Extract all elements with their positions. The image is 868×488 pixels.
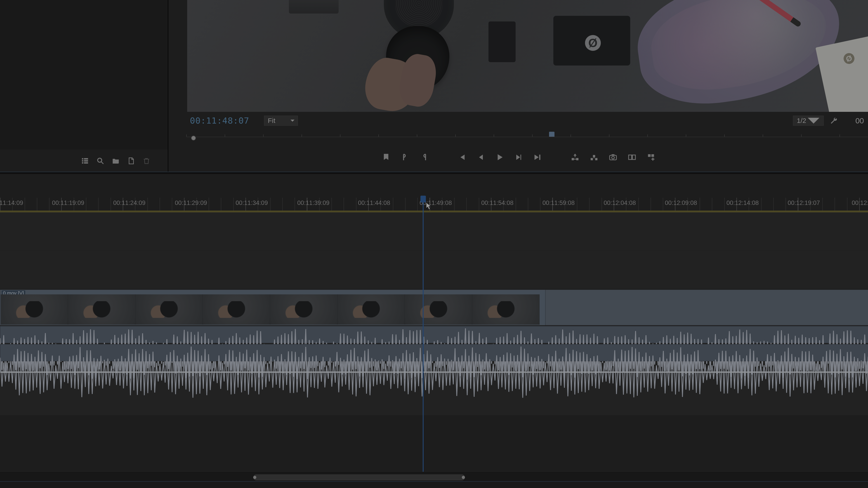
add-marker-button[interactable] [381,153,391,162]
program-scrub-bar[interactable] [186,132,868,142]
step-forward-button[interactable] [514,153,523,162]
svg-rect-10 [572,158,574,160]
svg-rect-5 [84,162,88,164]
clip-thumbnail [338,294,405,325]
mouse-cursor-icon [426,202,432,210]
zoom-level-label: Fit [268,117,275,125]
new-item-icon[interactable] [126,156,136,166]
tracks-container: 0.mov [V] [0,213,868,472]
ruler-work-area[interactable] [0,210,868,213]
scrub-playhead[interactable] [549,132,555,137]
mark-in-button[interactable] [400,153,410,162]
ruler-label: 00:12:2 [852,199,868,206]
goto-in-button[interactable] [457,153,466,162]
ruler-label: 00:11:29:09 [175,199,207,206]
audio-waveform-2 [0,346,868,398]
transport-controls [169,147,868,167]
timeline-zoom-scrollbar[interactable] [0,473,868,482]
clip-thumbnail [405,294,472,325]
extract-button[interactable] [589,153,599,162]
track-v3[interactable] [0,213,868,251]
frame-pouch-logo: Ø [585,35,601,51]
program-timecode[interactable]: 00:11:48:07 [169,116,249,126]
playback-resolution-label: 1/2 [797,117,806,125]
zoom-scrollbar-thumb[interactable] [253,475,465,480]
comparison-view-button[interactable] [627,153,637,162]
video-clip-2[interactable] [545,290,868,325]
frame-object-arm-right [630,0,848,112]
export-frame-button[interactable] [608,153,618,162]
clip-thumbnail [203,294,270,325]
ruler-label: 00:11:54:08 [481,199,514,206]
svg-rect-11 [576,158,579,160]
chevron-down-icon [290,118,295,123]
goto-out-button[interactable] [533,153,542,162]
ruler-label: 00:12:14:08 [726,199,759,206]
project-panel [0,0,168,172]
program-monitor: Ø Ø 00:11:48:07 Fit 1/2 00 [169,0,868,172]
zoom-level-dropdown[interactable]: Fit [264,116,298,126]
svg-rect-9 [520,155,521,160]
ruler-label: 00:12:19:07 [788,199,820,206]
ruler-label: 00:11:59:08 [542,199,575,206]
chevron-down-icon [806,113,821,128]
time-ruler[interactable]: 11:14:0900:11:19:0900:11:24:0900:11:29:0… [0,198,868,211]
scrub-track [186,137,868,137]
svg-rect-12 [591,158,593,160]
frame-object-battery [489,22,516,62]
new-bin-icon[interactable] [111,156,121,166]
program-monitor-video[interactable]: Ø Ø [187,0,868,112]
svg-rect-21 [651,154,654,157]
svg-rect-2 [82,160,84,162]
search-icon[interactable] [96,156,105,166]
svg-rect-18 [629,155,631,160]
ruler-label: 00:12:04:08 [603,199,636,206]
svg-point-16 [612,156,614,159]
video-clip-1-thumbs [1,294,545,325]
audio-clip-2[interactable] [0,344,868,361]
playhead-line[interactable] [423,198,424,472]
video-clip-1[interactable]: 0.mov [V] [0,290,546,325]
frame-object-hand-left [362,55,420,112]
lift-button[interactable] [570,153,580,162]
zoom-handle-left[interactable] [253,476,256,479]
track-v2[interactable] [0,251,868,289]
clear-icon[interactable] [142,156,151,166]
step-back-button[interactable] [476,153,485,162]
timeline-panel: 11:14:0900:11:19:0900:11:24:0900:11:29:0… [0,174,868,488]
project-panel-toolbar [0,150,168,172]
svg-rect-13 [595,158,597,160]
program-monitor-bar: 00:11:48:07 Fit 1/2 00 [169,112,868,129]
ruler-label: 00:11:39:09 [297,199,330,206]
ruler-label: 00:11:44:08 [358,199,391,206]
timeline-footer [0,481,868,488]
list-view-icon[interactable] [80,156,90,166]
clip-thumbnail [1,294,68,325]
scrub-start-handle[interactable] [191,135,196,140]
ruler-label: 00:11:34:09 [236,199,268,206]
settings-wrench-icon[interactable] [829,116,839,125]
frame-object-paper [815,35,868,112]
mark-out-button[interactable] [419,153,429,162]
svg-rect-17 [612,154,614,156]
svg-rect-0 [82,158,84,160]
button-editor-button[interactable] [646,153,656,162]
clip-thumbnail [270,294,338,325]
svg-rect-19 [632,155,636,160]
clip-thumbnail [472,294,539,325]
duration-timecode-fragment[interactable]: 00 [855,116,864,125]
svg-line-7 [101,162,103,164]
frame-object-camera [289,0,339,13]
playback-resolution-dropdown[interactable]: 1/2 [793,116,824,126]
svg-rect-14 [593,155,595,157]
svg-rect-4 [82,162,84,164]
svg-point-6 [98,158,102,162]
zoom-handle-right[interactable] [462,476,465,479]
ruler-label: 00:12:09:08 [665,199,697,206]
audio-clip-1[interactable] [0,326,868,343]
play-button[interactable] [495,153,504,162]
ruler-label: 00:11:19:09 [52,199,84,206]
svg-rect-1 [84,158,88,160]
project-panel-body[interactable] [0,0,168,150]
svg-rect-3 [84,160,88,162]
